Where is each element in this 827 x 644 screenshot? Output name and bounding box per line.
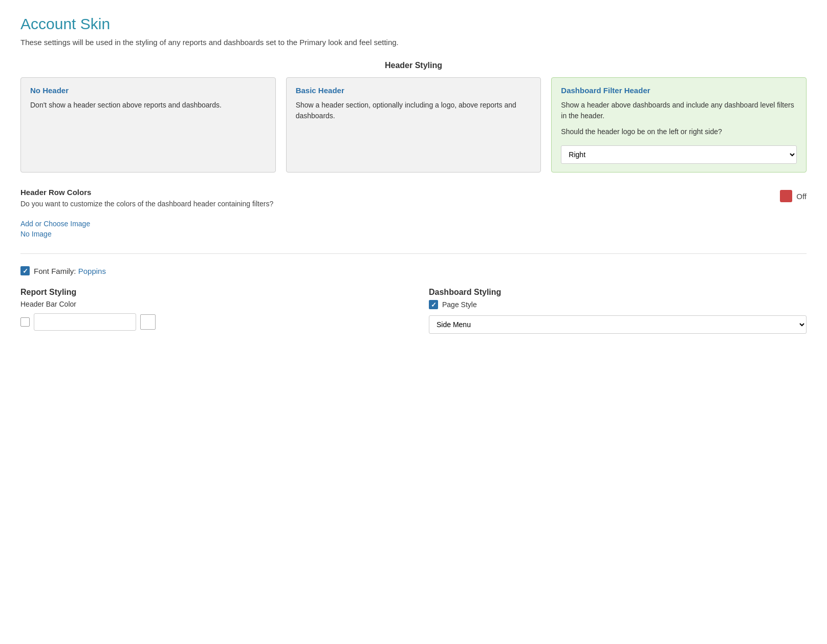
header-bar-color-label: Header Bar Color	[20, 300, 398, 308]
font-family-value: Poppins	[78, 267, 106, 275]
header-row-colors-section: Header Row Colors Do you want to customi…	[20, 188, 807, 209]
page-style-checkbox[interactable]	[429, 300, 438, 309]
header-bar-color-input[interactable]	[34, 313, 136, 331]
header-row-colors-title: Header Row Colors	[20, 188, 745, 197]
page-style-select[interactable]: Side Menu Top Menu Full Width	[429, 315, 807, 334]
header-row-colors-toggle[interactable]	[780, 190, 792, 202]
no-header-card-title: No Header	[30, 86, 266, 95]
dashboard-filter-body1: Show a header above dashboards and inclu…	[561, 100, 797, 121]
no-header-card[interactable]: No Header Don't show a header section ab…	[20, 77, 276, 173]
header-styling-cards: No Header Don't show a header section ab…	[20, 77, 807, 173]
header-bar-color-checkbox[interactable]	[20, 317, 30, 327]
header-styling-title: Header Styling	[20, 61, 807, 70]
page-description: These settings will be used in the styli…	[20, 38, 807, 47]
header-row-colors-toggle-label: Off	[796, 192, 807, 201]
font-family-label-text: Font Family:	[34, 267, 76, 275]
page-title: Account Skin	[20, 15, 807, 33]
basic-header-card[interactable]: Basic Header Show a header section, opti…	[286, 77, 541, 173]
report-styling-col: Report Styling Header Bar Color	[20, 288, 398, 336]
no-header-card-body: Don't show a header section above report…	[30, 100, 266, 111]
dashboard-styling-title: Dashboard Styling	[429, 288, 807, 297]
report-styling-title: Report Styling	[20, 288, 398, 297]
header-row-colors-right: Off	[745, 188, 807, 202]
add-choose-image-link[interactable]: Add or Choose Image	[20, 220, 807, 228]
dashboard-filter-body2: Should the header logo be on the left or…	[561, 126, 797, 137]
font-family-label: Font Family: Poppins	[34, 267, 106, 275]
dashboard-filter-header-card[interactable]: Dashboard Filter Header Show a header ab…	[551, 77, 807, 173]
dashboard-filter-header-card-title: Dashboard Filter Header	[561, 86, 797, 95]
page-style-label: Page Style	[442, 300, 477, 309]
basic-header-card-title: Basic Header	[296, 86, 532, 95]
header-bar-color-swatch[interactable]	[140, 314, 156, 330]
basic-header-card-body: Show a header section, optionally includ…	[296, 100, 532, 121]
dashboard-filter-header-card-body: Show a header above dashboards and inclu…	[561, 100, 797, 137]
logo-position-select[interactable]: Left Right	[561, 145, 797, 164]
styling-columns: Report Styling Header Bar Color Dashboar…	[20, 288, 807, 336]
header-bar-color-row	[20, 313, 398, 331]
dashboard-styling-col: Dashboard Styling Page Style Side Menu T…	[429, 288, 807, 336]
page-style-row: Page Style	[429, 300, 807, 309]
header-row-colors-desc: Do you want to customize the colors of t…	[20, 199, 745, 209]
font-family-checkbox[interactable]	[20, 266, 30, 275]
font-family-row: Font Family: Poppins	[20, 266, 807, 275]
header-row-colors-left: Header Row Colors Do you want to customi…	[20, 188, 745, 209]
no-image-link[interactable]: No Image	[20, 230, 807, 238]
image-links-section: Add or Choose Image No Image	[20, 220, 807, 238]
section-divider	[20, 253, 807, 254]
